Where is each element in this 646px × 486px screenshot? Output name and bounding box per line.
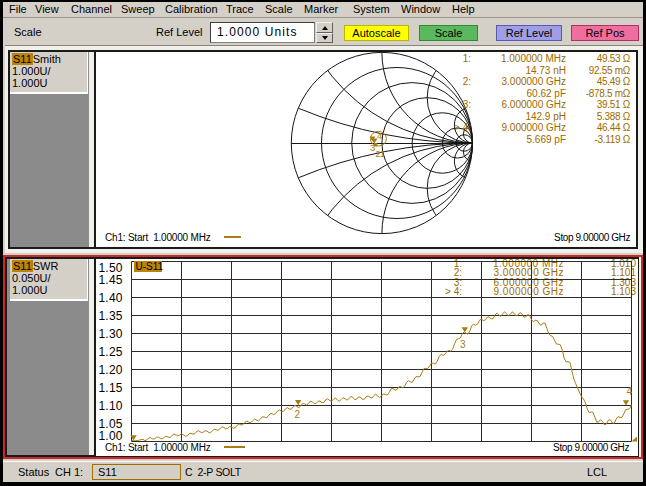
svg-text:4: 4 bbox=[377, 130, 382, 141]
svg-text:1.00: 1.00 bbox=[99, 429, 123, 443]
svg-text:1.15: 1.15 bbox=[99, 381, 123, 395]
svg-text:4: 4 bbox=[627, 386, 633, 397]
svg-text:1.103: 1.103 bbox=[611, 286, 636, 297]
svg-text:1.35: 1.35 bbox=[99, 309, 123, 323]
svg-text:1: 1 bbox=[380, 148, 385, 159]
svg-text:1.45: 1.45 bbox=[99, 273, 123, 287]
svg-text:1.10: 1.10 bbox=[99, 399, 123, 413]
svg-text:> 4:: > 4: bbox=[445, 286, 462, 297]
svg-text:1.30: 1.30 bbox=[99, 327, 123, 341]
svg-text:9.000000 GHz: 9.000000 GHz bbox=[494, 286, 565, 297]
svg-text:1.25: 1.25 bbox=[99, 345, 123, 359]
svg-text:1.20: 1.20 bbox=[99, 363, 123, 377]
svg-text:U-S11: U-S11 bbox=[136, 261, 164, 272]
svg-text:3: 3 bbox=[460, 339, 466, 350]
svg-text:2: 2 bbox=[295, 409, 301, 420]
svg-text:1.40: 1.40 bbox=[99, 291, 123, 305]
